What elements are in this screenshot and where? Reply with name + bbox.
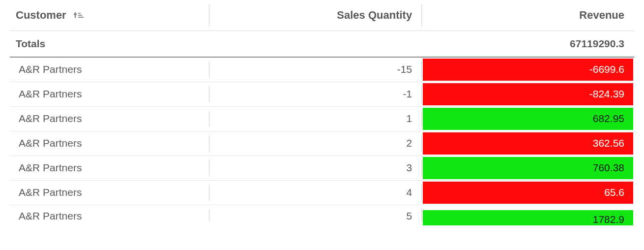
cell-sales-quantity: 5 <box>209 205 422 225</box>
cell-revenue: 1782.9 <box>422 205 634 225</box>
cell-sales-quantity: -1 <box>209 82 422 106</box>
svg-rect-0 <box>78 13 81 14</box>
cell-revenue: -6699.6 <box>422 57 634 82</box>
revenue-badge: 65.6 <box>423 182 633 204</box>
cell-sales-quantity: 2 <box>209 131 422 156</box>
column-header-customer[interactable]: Customer <box>10 0 209 31</box>
table-row[interactable]: A&R Partners-15-6699.6 <box>10 57 634 82</box>
revenue-badge: 760.38 <box>423 157 633 179</box>
table-row[interactable]: A&R Partners-1-824.39 <box>10 82 634 106</box>
cell-sales-quantity: 1 <box>209 106 422 131</box>
cell-customer: A&R Partners <box>10 180 209 205</box>
table-row[interactable]: A&R Partners1682.95 <box>10 106 634 131</box>
cell-sales-quantity: 3 <box>209 156 422 180</box>
totals-sales-quantity <box>209 31 422 58</box>
svg-rect-2 <box>78 17 84 18</box>
cell-revenue: 65.6 <box>422 180 634 205</box>
svg-rect-1 <box>78 15 82 16</box>
cell-revenue: 682.95 <box>422 106 634 131</box>
data-table: Customer Sales Quantity Revenue Totals 6… <box>10 0 634 225</box>
table-row[interactable]: A&R Partners3760.38 <box>10 156 634 180</box>
cell-sales-quantity: 4 <box>209 180 422 205</box>
revenue-badge: 1782.9 <box>423 210 633 225</box>
cell-customer: A&R Partners <box>10 131 209 156</box>
revenue-badge: -6699.6 <box>423 59 633 81</box>
totals-row: Totals 67119290.3 <box>10 31 634 58</box>
revenue-badge: 682.95 <box>423 108 633 130</box>
column-header-revenue[interactable]: Revenue <box>422 0 634 31</box>
column-header-revenue-label: Revenue <box>579 9 624 21</box>
totals-label: Totals <box>10 31 209 58</box>
cell-customer: A&R Partners <box>10 205 209 225</box>
revenue-badge: 362.56 <box>423 132 633 155</box>
cell-customer: A&R Partners <box>10 106 209 131</box>
cell-customer: A&R Partners <box>10 57 209 82</box>
cell-revenue: 362.56 <box>422 131 634 156</box>
table-row[interactable]: A&R Partners2362.56 <box>10 131 634 156</box>
table-body: A&R Partners-15-6699.6A&R Partners-1-824… <box>10 57 634 225</box>
column-header-customer-label: Customer <box>16 9 66 21</box>
column-header-sales-quantity-label: Sales Quantity <box>337 9 412 21</box>
cell-revenue: 760.38 <box>422 156 634 180</box>
table-header-row: Customer Sales Quantity Revenue <box>10 0 634 31</box>
sort-ascending-icon[interactable] <box>73 12 84 19</box>
column-header-sales-quantity[interactable]: Sales Quantity <box>209 0 422 31</box>
totals-revenue: 67119290.3 <box>422 31 634 58</box>
table-row[interactable]: A&R Partners465.6 <box>10 180 634 205</box>
cell-customer: A&R Partners <box>10 82 209 106</box>
cell-customer: A&R Partners <box>10 156 209 180</box>
revenue-badge: -824.39 <box>423 83 633 105</box>
cell-revenue: -824.39 <box>422 82 634 106</box>
cell-sales-quantity: -15 <box>209 57 422 82</box>
table-row[interactable]: A&R Partners51782.9 <box>10 205 634 225</box>
